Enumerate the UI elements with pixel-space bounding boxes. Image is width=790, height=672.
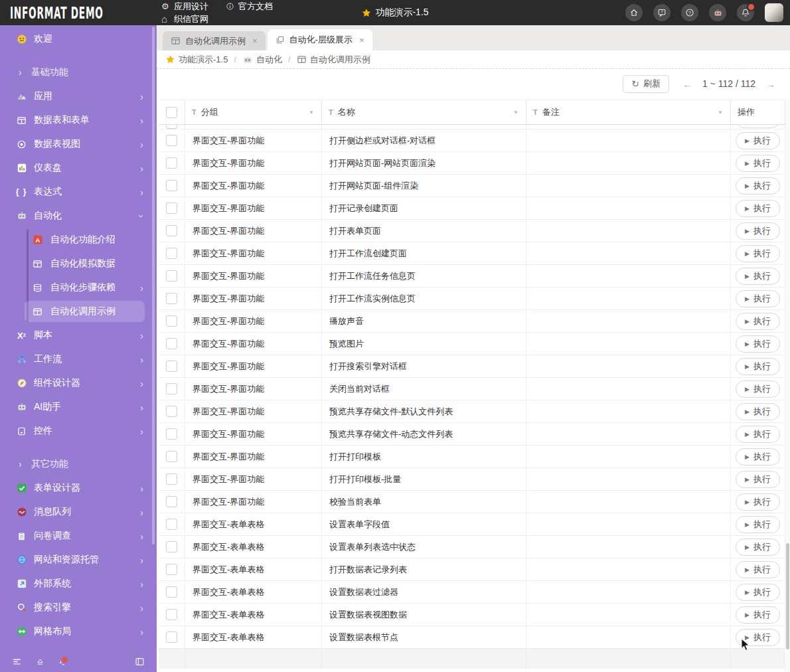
sidebar-item[interactable]: X2 脚本› bbox=[0, 323, 157, 347]
execute-button[interactable]: ▶执行 bbox=[736, 426, 780, 443]
topbar-menu-item[interactable]: 官方文档 bbox=[226, 0, 273, 13]
execute-button[interactable]: ▶执行 bbox=[736, 222, 780, 240]
sidebar-subitem[interactable]: 自动化步骤依赖 › bbox=[0, 276, 157, 299]
execute-button[interactable]: ▶执行 bbox=[736, 606, 780, 624]
row-checkbox[interactable] bbox=[166, 631, 177, 643]
sidebar-item[interactable]: 应用› bbox=[0, 84, 157, 108]
breadcrumb-item[interactable]: 自动化调用示例 bbox=[297, 54, 370, 66]
collapse-sidebar-button[interactable] bbox=[135, 657, 145, 667]
row-checkbox[interactable] bbox=[166, 338, 177, 349]
sidebar-item[interactable]: 网站和资源托管› bbox=[0, 548, 157, 572]
next-page-icon[interactable]: → bbox=[765, 78, 775, 90]
caret-down-icon[interactable]: ▼ bbox=[309, 110, 314, 116]
execute-button[interactable]: ▶执行 bbox=[736, 448, 780, 465]
row-checkbox[interactable] bbox=[166, 383, 177, 394]
execute-button[interactable]: ▶执行 bbox=[736, 200, 780, 217]
row-checkbox[interactable] bbox=[166, 541, 177, 552]
sidebar-item[interactable]: 消息队列› bbox=[0, 500, 157, 524]
sidebar-item[interactable]: 欢迎 bbox=[0, 27, 157, 51]
collapse-menu-button[interactable] bbox=[12, 657, 22, 667]
feedback-button[interactable]: ? bbox=[653, 4, 671, 21]
execute-button[interactable]: ▶执行 bbox=[736, 132, 780, 149]
execute-button[interactable]: ▶执行 bbox=[736, 313, 780, 330]
execute-button[interactable]: ▶执行 bbox=[736, 155, 780, 172]
select-all-checkbox[interactable] bbox=[166, 107, 177, 118]
sidebar-subitem[interactable]: 自动化调用示例 bbox=[0, 299, 157, 323]
sidebar-subitem[interactable]: A 自动化功能介绍 bbox=[0, 228, 157, 252]
row-checkbox[interactable] bbox=[166, 406, 177, 417]
row-checkbox[interactable] bbox=[166, 315, 177, 327]
sidebar-item[interactable]: 网格布局› bbox=[0, 620, 157, 643]
row-checkbox[interactable] bbox=[166, 180, 177, 191]
sidebar-section[interactable]: › 其它功能 bbox=[0, 452, 157, 476]
prev-page-icon[interactable]: ← bbox=[682, 78, 692, 90]
caret-down-icon[interactable]: ▼ bbox=[718, 110, 723, 116]
tab-1[interactable]: 自动化-层级展示 × bbox=[268, 29, 372, 50]
execute-button[interactable]: ▶执行 bbox=[736, 380, 780, 398]
topbar-menu-item[interactable]: ⚙ 应用设计 bbox=[161, 0, 208, 13]
row-checkbox[interactable] bbox=[166, 157, 177, 169]
execute-button[interactable]: ▶执行 bbox=[736, 358, 780, 375]
breadcrumb-item[interactable]: 自动化 bbox=[242, 54, 282, 66]
caret-down-icon[interactable]: ▼ bbox=[513, 110, 518, 116]
table-scrollbar[interactable] bbox=[785, 100, 790, 672]
execute-button[interactable]: ▶执行 bbox=[736, 245, 780, 262]
row-checkbox[interactable] bbox=[166, 248, 177, 259]
execute-button[interactable]: ▶执行 bbox=[736, 268, 780, 285]
execute-button[interactable]: ▶执行 bbox=[736, 561, 780, 578]
row-checkbox[interactable] bbox=[166, 361, 177, 372]
breadcrumb-item[interactable]: 功能演示-1.5 bbox=[165, 54, 228, 66]
column-header-action[interactable]: 操作 bbox=[731, 100, 785, 124]
row-checkbox[interactable] bbox=[166, 203, 177, 214]
sidebar-item[interactable]: 数据表和表单› bbox=[0, 108, 157, 132]
sidebar-item[interactable]: 数据表视图› bbox=[0, 132, 157, 156]
refresh-button[interactable]: ↻ 刷新 bbox=[623, 75, 669, 93]
row-checkbox[interactable] bbox=[166, 451, 177, 462]
execute-button[interactable]: ▶执行 bbox=[736, 177, 780, 195]
execute-button[interactable]: ▶执行 bbox=[736, 335, 780, 353]
execute-button[interactable]: ▶执行 bbox=[736, 403, 780, 420]
sidebar-item[interactable]: 外部系统› bbox=[0, 572, 157, 596]
execute-button[interactable]: ▶执行 bbox=[736, 539, 780, 556]
close-icon[interactable]: × bbox=[359, 35, 364, 45]
ai-assistant-button[interactable] bbox=[709, 4, 726, 21]
home-button[interactable] bbox=[625, 4, 643, 21]
close-icon[interactable]: × bbox=[252, 36, 258, 46]
notifications-button[interactable] bbox=[737, 4, 754, 21]
eject-button[interactable] bbox=[36, 657, 44, 666]
scrollbar-thumb[interactable] bbox=[786, 543, 789, 649]
sidebar-item[interactable]: 组件设计器› bbox=[0, 371, 157, 395]
row-checkbox[interactable] bbox=[166, 564, 177, 575]
row-checkbox[interactable] bbox=[166, 270, 177, 282]
sidebar-item[interactable]: AI助手› bbox=[0, 395, 157, 419]
row-checkbox[interactable] bbox=[166, 293, 177, 304]
sidebar-item[interactable]: 仪表盘› bbox=[0, 156, 157, 180]
sidebar-item[interactable]: 表单设计器› bbox=[0, 476, 157, 500]
execute-button[interactable]: ▶执行 bbox=[736, 516, 780, 533]
sidebar-notifications-button[interactable] bbox=[58, 657, 68, 666]
row-checkbox[interactable] bbox=[166, 609, 177, 620]
sidebar-item[interactable]: { } 表达式› bbox=[0, 180, 157, 204]
sidebar-item[interactable]: 控件› bbox=[0, 419, 157, 443]
row-checkbox[interactable] bbox=[166, 225, 177, 236]
tab-0[interactable]: 自动化调用示例 × bbox=[163, 31, 266, 50]
execute-button[interactable]: ▶执行 bbox=[736, 493, 780, 511]
column-header-name[interactable]: T 名称 ▼ bbox=[322, 100, 526, 124]
row-checkbox[interactable] bbox=[166, 586, 177, 598]
sidebar-item[interactable]: 问卷调查› bbox=[0, 524, 157, 548]
row-checkbox[interactable] bbox=[166, 473, 177, 485]
sidebar-item[interactable]: 工作流› bbox=[0, 347, 157, 371]
sidebar-subitem[interactable]: 自动化模拟数据 bbox=[0, 252, 157, 276]
sidebar-section[interactable]: › 基础功能 bbox=[0, 60, 157, 84]
column-header-group[interactable]: T 分组 ▼ bbox=[185, 100, 322, 124]
row-checkbox[interactable] bbox=[166, 519, 177, 530]
column-header-note[interactable]: T 备注 ▼ bbox=[526, 100, 731, 124]
user-avatar[interactable] bbox=[765, 3, 783, 22]
topbar-menu-item[interactable]: ⌂ 织信官网 bbox=[161, 13, 208, 25]
execute-button[interactable]: ▶执行 bbox=[736, 290, 780, 307]
row-checkbox[interactable] bbox=[166, 428, 177, 440]
row-checkbox[interactable] bbox=[166, 135, 177, 146]
app-title[interactable]: 功能演示-1.5 bbox=[361, 7, 428, 19]
execute-button[interactable]: ▶执行 bbox=[736, 471, 780, 488]
sidebar-item[interactable]: 自动化› bbox=[0, 204, 157, 228]
